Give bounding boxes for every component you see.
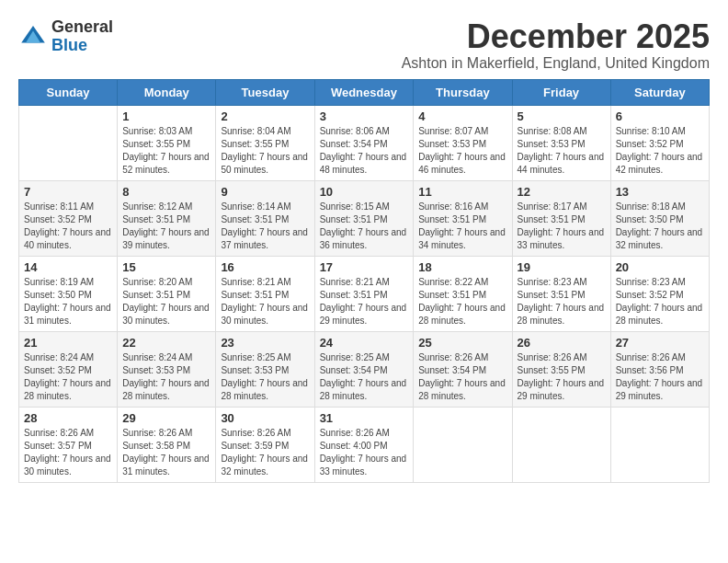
page-header: General Blue December 2025 Ashton in Mak… bbox=[18, 18, 710, 72]
day-number: 30 bbox=[221, 411, 309, 425]
day-number: 11 bbox=[418, 185, 506, 199]
day-info: Sunrise: 8:11 AMSunset: 3:52 PMDaylight:… bbox=[24, 201, 112, 252]
day-number: 13 bbox=[616, 185, 704, 199]
calendar-cell: 7Sunrise: 8:11 AMSunset: 3:52 PMDaylight… bbox=[19, 180, 118, 256]
day-info: Sunrise: 8:23 AMSunset: 3:52 PMDaylight:… bbox=[616, 276, 704, 327]
title-block: December 2025 Ashton in Makerfield, Engl… bbox=[402, 18, 710, 72]
calendar-cell: 18Sunrise: 8:22 AMSunset: 3:51 PMDayligh… bbox=[414, 256, 512, 331]
day-info: Sunrise: 8:10 AMSunset: 3:52 PMDaylight:… bbox=[616, 125, 704, 177]
day-number: 15 bbox=[122, 260, 210, 274]
day-info: Sunrise: 8:26 AMSunset: 3:55 PMDaylight:… bbox=[518, 351, 606, 403]
day-number: 6 bbox=[616, 109, 704, 123]
day-info: Sunrise: 8:21 AMSunset: 3:51 PMDaylight:… bbox=[320, 276, 409, 327]
calendar-cell: 20Sunrise: 8:23 AMSunset: 3:52 PMDayligh… bbox=[610, 256, 709, 331]
weekday-header-row: SundayMondayTuesdayWednesdayThursdayFrid… bbox=[19, 79, 710, 105]
calendar-cell: 9Sunrise: 8:14 AMSunset: 3:51 PMDaylight… bbox=[216, 180, 314, 256]
calendar-cell: 6Sunrise: 8:10 AMSunset: 3:52 PMDaylight… bbox=[610, 105, 709, 180]
day-number: 4 bbox=[418, 109, 506, 123]
calendar-cell: 12Sunrise: 8:17 AMSunset: 3:51 PMDayligh… bbox=[512, 180, 610, 256]
location-title: Ashton in Makerfield, England, United Ki… bbox=[402, 55, 710, 72]
day-info: Sunrise: 8:19 AMSunset: 3:50 PMDaylight:… bbox=[24, 276, 112, 327]
calendar-cell: 8Sunrise: 8:12 AMSunset: 3:51 PMDaylight… bbox=[118, 180, 216, 256]
day-info: Sunrise: 8:12 AMSunset: 3:51 PMDaylight:… bbox=[122, 201, 210, 252]
day-info: Sunrise: 8:22 AMSunset: 3:51 PMDaylight:… bbox=[418, 276, 506, 327]
calendar-cell: 13Sunrise: 8:18 AMSunset: 3:50 PMDayligh… bbox=[610, 180, 709, 256]
calendar-cell: 15Sunrise: 8:20 AMSunset: 3:51 PMDayligh… bbox=[118, 256, 216, 331]
day-number: 3 bbox=[320, 109, 409, 123]
logo-blue: Blue bbox=[51, 36, 87, 54]
weekday-header: Friday bbox=[512, 79, 610, 105]
calendar-cell: 29Sunrise: 8:26 AMSunset: 3:58 PMDayligh… bbox=[118, 407, 216, 482]
day-number: 16 bbox=[221, 260, 309, 274]
calendar-cell: 27Sunrise: 8:26 AMSunset: 3:56 PMDayligh… bbox=[610, 331, 709, 407]
calendar-cell: 19Sunrise: 8:23 AMSunset: 3:51 PMDayligh… bbox=[512, 256, 610, 331]
day-info: Sunrise: 8:26 AMSunset: 3:54 PMDaylight:… bbox=[418, 351, 506, 403]
day-number: 10 bbox=[320, 185, 409, 199]
logo: General Blue bbox=[18, 18, 113, 55]
day-number: 28 bbox=[24, 411, 112, 425]
calendar-cell: 25Sunrise: 8:26 AMSunset: 3:54 PMDayligh… bbox=[414, 331, 512, 407]
day-number: 18 bbox=[418, 260, 506, 274]
calendar-week-row: 28Sunrise: 8:26 AMSunset: 3:57 PMDayligh… bbox=[19, 407, 710, 482]
day-info: Sunrise: 8:08 AMSunset: 3:53 PMDaylight:… bbox=[518, 125, 606, 177]
calendar-cell: 23Sunrise: 8:25 AMSunset: 3:53 PMDayligh… bbox=[216, 331, 314, 407]
weekday-header: Thursday bbox=[414, 79, 512, 105]
day-number: 7 bbox=[24, 185, 112, 199]
day-number: 12 bbox=[518, 185, 606, 199]
day-number: 9 bbox=[221, 185, 309, 199]
day-info: Sunrise: 8:14 AMSunset: 3:51 PMDaylight:… bbox=[221, 201, 309, 252]
calendar-week-row: 14Sunrise: 8:19 AMSunset: 3:50 PMDayligh… bbox=[19, 256, 710, 331]
day-number: 27 bbox=[616, 336, 704, 350]
logo-text: General Blue bbox=[51, 18, 113, 55]
day-number: 17 bbox=[320, 260, 409, 274]
calendar-cell: 30Sunrise: 8:26 AMSunset: 3:59 PMDayligh… bbox=[216, 407, 314, 482]
day-info: Sunrise: 8:20 AMSunset: 3:51 PMDaylight:… bbox=[122, 276, 210, 327]
month-title: December 2025 bbox=[402, 18, 710, 55]
day-number: 20 bbox=[616, 260, 704, 274]
calendar-cell: 11Sunrise: 8:16 AMSunset: 3:51 PMDayligh… bbox=[414, 180, 512, 256]
day-info: Sunrise: 8:26 AMSunset: 3:58 PMDaylight:… bbox=[122, 427, 210, 478]
calendar-week-row: 1Sunrise: 8:03 AMSunset: 3:55 PMDaylight… bbox=[19, 105, 710, 180]
day-number: 25 bbox=[418, 336, 506, 350]
day-info: Sunrise: 8:17 AMSunset: 3:51 PMDaylight:… bbox=[518, 201, 606, 252]
calendar-week-row: 21Sunrise: 8:24 AMSunset: 3:52 PMDayligh… bbox=[19, 331, 710, 407]
calendar-cell: 17Sunrise: 8:21 AMSunset: 3:51 PMDayligh… bbox=[314, 256, 414, 331]
day-number: 1 bbox=[122, 109, 210, 123]
weekday-header: Wednesday bbox=[314, 79, 414, 105]
calendar-cell: 31Sunrise: 8:26 AMSunset: 4:00 PMDayligh… bbox=[314, 407, 414, 482]
day-info: Sunrise: 8:04 AMSunset: 3:55 PMDaylight:… bbox=[221, 125, 309, 177]
day-info: Sunrise: 8:26 AMSunset: 4:00 PMDaylight:… bbox=[320, 427, 409, 478]
day-number: 19 bbox=[518, 260, 606, 274]
calendar-cell: 4Sunrise: 8:07 AMSunset: 3:53 PMDaylight… bbox=[414, 105, 512, 180]
calendar-cell: 3Sunrise: 8:06 AMSunset: 3:54 PMDaylight… bbox=[314, 105, 414, 180]
calendar-cell: 22Sunrise: 8:24 AMSunset: 3:53 PMDayligh… bbox=[118, 331, 216, 407]
logo-icon bbox=[18, 22, 48, 52]
calendar-cell: 5Sunrise: 8:08 AMSunset: 3:53 PMDaylight… bbox=[512, 105, 610, 180]
calendar-week-row: 7Sunrise: 8:11 AMSunset: 3:52 PMDaylight… bbox=[19, 180, 710, 256]
day-number: 2 bbox=[221, 109, 309, 123]
day-info: Sunrise: 8:03 AMSunset: 3:55 PMDaylight:… bbox=[122, 125, 210, 177]
weekday-header: Sunday bbox=[19, 79, 118, 105]
day-number: 5 bbox=[518, 109, 606, 123]
day-info: Sunrise: 8:25 AMSunset: 3:54 PMDaylight:… bbox=[320, 351, 409, 403]
calendar-cell: 26Sunrise: 8:26 AMSunset: 3:55 PMDayligh… bbox=[512, 331, 610, 407]
calendar-cell bbox=[414, 407, 512, 482]
day-number: 21 bbox=[24, 336, 112, 350]
weekday-header: Tuesday bbox=[216, 79, 314, 105]
weekday-header: Monday bbox=[118, 79, 216, 105]
day-number: 22 bbox=[122, 336, 210, 350]
calendar: SundayMondayTuesdayWednesdayThursdayFrid… bbox=[18, 79, 710, 483]
day-info: Sunrise: 8:16 AMSunset: 3:51 PMDaylight:… bbox=[418, 201, 506, 252]
calendar-cell: 24Sunrise: 8:25 AMSunset: 3:54 PMDayligh… bbox=[314, 331, 414, 407]
calendar-cell: 21Sunrise: 8:24 AMSunset: 3:52 PMDayligh… bbox=[19, 331, 118, 407]
day-number: 14 bbox=[24, 260, 112, 274]
day-info: Sunrise: 8:07 AMSunset: 3:53 PMDaylight:… bbox=[418, 125, 506, 177]
day-number: 24 bbox=[320, 336, 409, 350]
day-info: Sunrise: 8:26 AMSunset: 3:56 PMDaylight:… bbox=[616, 351, 704, 403]
day-info: Sunrise: 8:25 AMSunset: 3:53 PMDaylight:… bbox=[221, 351, 309, 403]
day-info: Sunrise: 8:24 AMSunset: 3:53 PMDaylight:… bbox=[122, 351, 210, 403]
day-number: 23 bbox=[221, 336, 309, 350]
calendar-cell: 28Sunrise: 8:26 AMSunset: 3:57 PMDayligh… bbox=[19, 407, 118, 482]
calendar-cell: 2Sunrise: 8:04 AMSunset: 3:55 PMDaylight… bbox=[216, 105, 314, 180]
day-info: Sunrise: 8:24 AMSunset: 3:52 PMDaylight:… bbox=[24, 351, 112, 403]
